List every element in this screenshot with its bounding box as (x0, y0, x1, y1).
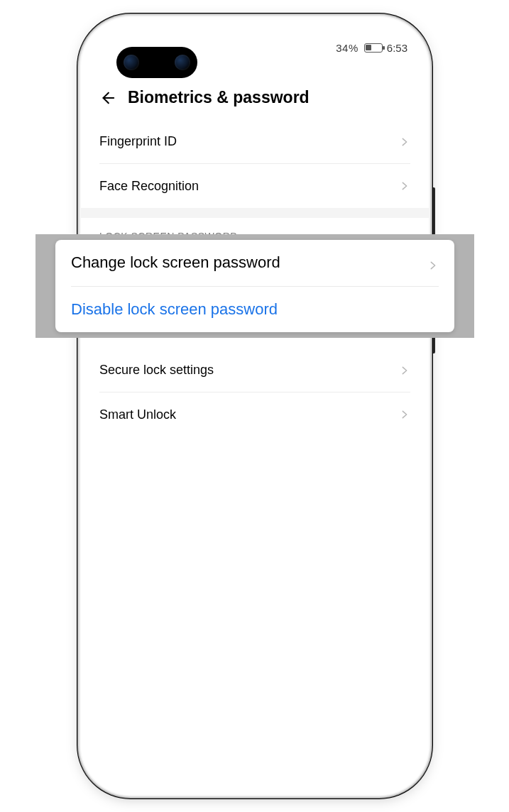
row-label: Face Recognition (99, 179, 399, 194)
highlight-callout: Change lock screen password Disable lock… (35, 234, 474, 338)
chevron-right-icon (399, 180, 410, 192)
page-title: Biometrics & password (128, 88, 310, 107)
chevron-right-icon (399, 365, 410, 376)
phone-frame: 34% 6:53 Biometrics & password Fingerpri… (81, 17, 429, 795)
row-smart-unlock[interactable]: Smart Unlock (99, 393, 410, 437)
row-fingerprint-id[interactable]: Fingerprint ID (99, 120, 410, 164)
row-label: Fingerprint ID (99, 134, 399, 149)
chevron-right-icon (427, 257, 439, 268)
row-disable-lock-screen-password[interactable]: Disable lock screen password (71, 287, 439, 333)
back-arrow-icon[interactable] (99, 90, 115, 106)
clock: 6:53 (387, 42, 407, 54)
row-label: Disable lock screen password (71, 300, 439, 319)
chevron-right-icon (399, 409, 410, 420)
row-label: Change lock screen password (71, 253, 427, 272)
battery-percent: 34% (336, 42, 359, 54)
row-label: Secure lock settings (99, 363, 399, 378)
battery-icon (364, 43, 383, 53)
callout-card: Change lock screen password Disable lock… (55, 240, 454, 332)
camera-cutout (116, 47, 197, 78)
chevron-right-icon (399, 136, 410, 148)
settings-screen: Biometrics & password Fingerprint ID Fac… (81, 78, 429, 795)
page-header: Biometrics & password (81, 78, 429, 120)
settings-list-bottom: Secure lock settings Smart Unlock (81, 349, 429, 437)
row-secure-lock-settings[interactable]: Secure lock settings (99, 349, 410, 393)
section-divider (81, 208, 429, 218)
row-change-lock-screen-password[interactable]: Change lock screen password (71, 240, 439, 286)
settings-list-top: Fingerprint ID Face Recognition (81, 120, 429, 208)
row-label: Smart Unlock (99, 407, 399, 422)
row-face-recognition[interactable]: Face Recognition (99, 164, 410, 208)
camera-lens-left (124, 55, 139, 70)
camera-lens-right (175, 55, 190, 70)
